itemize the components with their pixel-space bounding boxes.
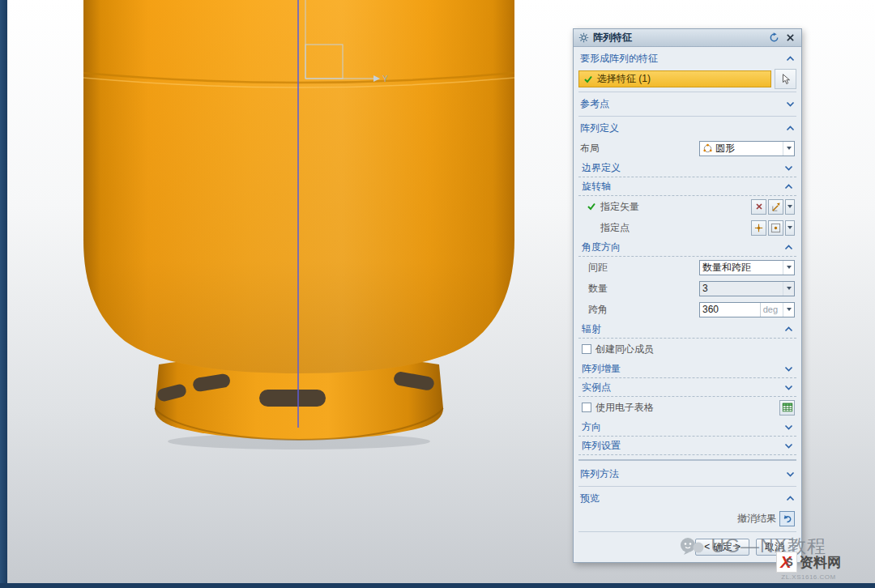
- spreadsheet-button[interactable]: [779, 400, 795, 415]
- gas-cylinder-dome-shade: [83, 0, 514, 373]
- chevron-down-icon: [784, 443, 793, 449]
- specify-vector-row: 指定矢量: [578, 196, 796, 217]
- circular-pattern-icon: [702, 143, 713, 154]
- count-row: 数量: [578, 278, 796, 299]
- specify-vector-label: 指定矢量: [596, 200, 639, 214]
- chevron-down-icon: [784, 165, 793, 171]
- group-header-rotation-axis[interactable]: 旋转轴: [578, 177, 796, 196]
- group-header-instance-points[interactable]: 实例点: [578, 378, 796, 397]
- select-feature-row[interactable]: 选择特征 (1): [578, 70, 771, 87]
- specify-point-label: 指定点: [580, 221, 630, 235]
- dropdown-arrow-icon: [783, 282, 794, 296]
- dialog-title: 阵列特征: [593, 31, 764, 45]
- spacing-row: 间距 数量和跨距: [578, 257, 796, 278]
- separator: [578, 459, 796, 461]
- chevron-up-icon: [786, 496, 795, 501]
- group-header-pattern-method[interactable]: 阵列方法: [578, 465, 796, 484]
- spreadsheet-checkbox[interactable]: [582, 403, 591, 412]
- span-angle-input[interactable]: [702, 304, 758, 315]
- concentric-label: 创建同心成员: [595, 343, 654, 356]
- chevron-up-icon: [784, 184, 793, 190]
- chevron-down-icon: [784, 424, 793, 430]
- dialog-body: 要形成阵列的特征 选择特征 (1) 参考点: [574, 47, 801, 562]
- group-header-label: 阵列设置: [582, 439, 621, 453]
- group-header-pattern-increment[interactable]: 阵列增量: [578, 360, 796, 378]
- spacing-combo[interactable]: 数量和跨距: [699, 260, 795, 275]
- group-header-reference-point[interactable]: 参考点: [578, 95, 796, 113]
- group-header-orientation[interactable]: 方向: [578, 418, 796, 437]
- count-field[interactable]: [699, 281, 795, 296]
- unit-label: deg: [760, 303, 780, 317]
- chevron-up-icon: [784, 245, 793, 250]
- group-header-label: 阵列方法: [580, 467, 619, 481]
- span-angle-label: 跨角: [580, 303, 608, 317]
- group-header-features[interactable]: 要形成阵列的特征: [578, 49, 796, 68]
- spacing-label: 间距: [580, 261, 608, 275]
- separator: [578, 531, 796, 532]
- chat-bubbles-icon: [678, 537, 706, 556]
- window-frame-bottom: [0, 583, 875, 588]
- group-header-label: 要形成阵列的特征: [580, 52, 658, 66]
- xs-logo-mark: X S: [776, 552, 797, 573]
- undo-result-row: 撤消结果: [578, 508, 796, 529]
- span-angle-field[interactable]: deg: [699, 302, 795, 317]
- group-header-label: 参考点: [580, 97, 609, 111]
- group-header-label: 边界定义: [582, 161, 621, 175]
- group-header-pattern-settings[interactable]: 阵列设置: [578, 437, 796, 455]
- chevron-down-icon: [784, 366, 793, 372]
- concentric-checkbox[interactable]: [582, 344, 591, 354]
- close-button[interactable]: [784, 32, 796, 44]
- layout-label: 布局: [580, 142, 600, 156]
- group-header-preview[interactable]: 预览: [578, 489, 796, 508]
- group-header-label: 角度方向: [582, 241, 621, 254]
- layout-combo[interactable]: 圆形: [699, 141, 795, 156]
- group-header-label: 方向: [582, 420, 601, 434]
- spacing-value: 数量和跨距: [702, 261, 780, 275]
- count-label: 数量: [580, 282, 608, 296]
- undo-result-button[interactable]: [779, 511, 795, 526]
- chevron-up-icon: [786, 56, 795, 62]
- group-header-label: 辐射: [582, 322, 601, 336]
- chevron-down-icon: [786, 471, 795, 477]
- group-header-boundary[interactable]: 边界定义: [578, 159, 796, 177]
- count-input[interactable]: [702, 283, 780, 294]
- chevron-down-icon: [784, 385, 793, 390]
- spreadsheet-label: 使用电子表格: [595, 401, 654, 415]
- select-hand-button[interactable]: [775, 69, 796, 89]
- group-header-angle-direction[interactable]: 角度方向: [578, 238, 796, 257]
- logo-site-url: ZL.XS1616.COM: [781, 573, 835, 581]
- group-header-radiate[interactable]: 辐射: [578, 320, 796, 339]
- separator: [578, 116, 796, 117]
- reset-button[interactable]: [768, 32, 780, 44]
- point-dialog-button[interactable]: [768, 220, 783, 236]
- gear-icon: [578, 32, 589, 43]
- vector-options-dropdown[interactable]: [785, 199, 795, 215]
- span-angle-row: 跨角 deg: [578, 299, 796, 320]
- layout-value: 圆形: [715, 142, 780, 156]
- group-header-label: 阵列定义: [580, 121, 619, 135]
- dialog-titlebar[interactable]: 阵列特征: [574, 29, 801, 47]
- datum-axis-label: Y: [382, 75, 388, 83]
- group-header-pattern-definition[interactable]: 阵列定义: [578, 119, 796, 138]
- select-feature-label: 选择特征 (1): [597, 72, 651, 86]
- group-header-label: 阵列增量: [582, 362, 621, 376]
- undo-result-label: 撤消结果: [737, 512, 776, 526]
- group-header-label: 实例点: [582, 381, 611, 394]
- ziliao-site-logo: X S 资料网 ZL.XS1616.COM: [776, 552, 841, 581]
- vector-constructor-button[interactable]: [768, 199, 783, 215]
- concentric-row: 创建同心成员: [578, 339, 796, 360]
- check-icon: [583, 75, 593, 84]
- dropdown-arrow-icon: [783, 261, 794, 275]
- logo-row: X S 资料网: [776, 552, 841, 573]
- clear-vector-button[interactable]: [751, 199, 766, 215]
- point-button[interactable]: [751, 220, 766, 236]
- dropdown-arrow-icon: [783, 303, 794, 317]
- group-header-label: 旋转轴: [582, 180, 611, 194]
- chevron-up-icon: [784, 326, 793, 332]
- point-options-dropdown[interactable]: [785, 220, 795, 236]
- check-icon: [580, 202, 596, 211]
- separator: [578, 486, 796, 487]
- window-frame-left: [0, 0, 7, 588]
- logo-site-name: 资料网: [800, 553, 841, 572]
- dropdown-arrow-icon: [783, 142, 794, 156]
